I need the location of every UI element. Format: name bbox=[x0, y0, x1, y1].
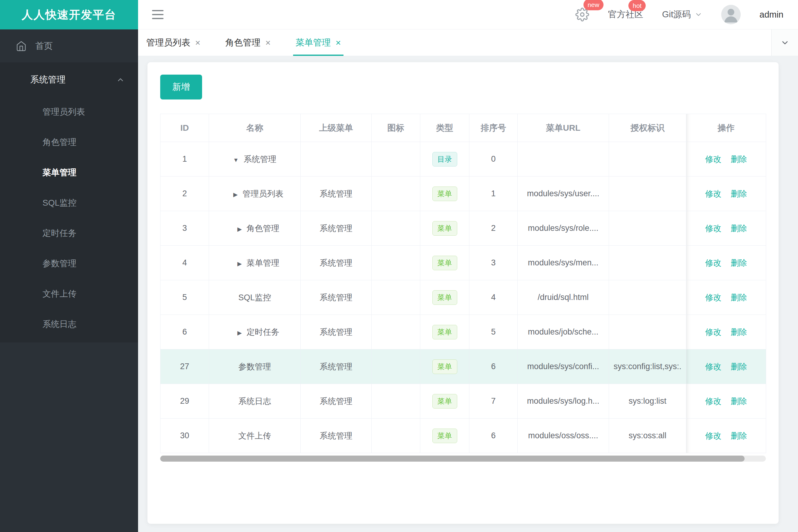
cell-actions: 修改删除 bbox=[686, 142, 766, 176]
menu-management-card: 新增 ID名称上级菜单图标类型排序号菜单URL授权标识操作 1▼系统 bbox=[147, 62, 779, 524]
cell-id: 30 bbox=[161, 419, 209, 453]
avatar[interactable] bbox=[721, 5, 741, 24]
close-icon[interactable]: × bbox=[265, 38, 271, 47]
edit-link[interactable]: 修改 bbox=[705, 431, 722, 440]
avatar-image bbox=[721, 5, 741, 24]
content-area: 新增 ID名称上级菜单图标类型排序号菜单URL授权标识操作 1▼系统 bbox=[138, 56, 798, 532]
edit-link[interactable]: 修改 bbox=[705, 327, 722, 337]
sidebar-item-home[interactable]: 首页 bbox=[0, 30, 138, 63]
sidebar-item-config[interactable]: 参数管理 bbox=[0, 248, 138, 279]
cell-icon bbox=[372, 349, 420, 384]
delete-link[interactable]: 删除 bbox=[731, 397, 747, 406]
type-badge: 菜单 bbox=[432, 290, 457, 305]
sidebar-item-sql[interactable]: SQL监控 bbox=[0, 188, 138, 218]
sidebar-item-role[interactable]: 角色管理 bbox=[0, 127, 138, 157]
table-header-row: ID名称上级菜单图标类型排序号菜单URL授权标识操作 bbox=[161, 114, 766, 142]
column-header-7: 授权标识 bbox=[609, 114, 686, 142]
settings-theme-button[interactable]: new bbox=[575, 7, 589, 21]
new-badge: new bbox=[583, 0, 604, 10]
expand-arrow-icon[interactable]: ▶ bbox=[237, 226, 242, 232]
cell-parent: 系统管理 bbox=[301, 349, 372, 384]
cell-parent: 系统管理 bbox=[301, 315, 372, 349]
table-row: 6▶定时任务系统管理菜单5modules/job/sche...修改删除 bbox=[161, 315, 766, 349]
cell-actions: 修改删除 bbox=[686, 384, 766, 419]
cell-type: 目录 bbox=[420, 142, 469, 176]
column-header-1: 名称 bbox=[209, 114, 301, 142]
cell-id: 2 bbox=[161, 176, 209, 211]
sidebar-item-admin-list[interactable]: 管理员列表 bbox=[0, 97, 138, 127]
cell-icon bbox=[372, 384, 420, 419]
collapse-arrow-icon[interactable]: ▼ bbox=[233, 157, 239, 163]
sidebar-item-job[interactable]: 定时任务 bbox=[0, 218, 138, 248]
menu-name: 菜单管理 bbox=[247, 259, 279, 267]
tabs-dropdown-button[interactable] bbox=[771, 30, 798, 56]
edit-link[interactable]: 修改 bbox=[705, 155, 722, 164]
edit-link[interactable]: 修改 bbox=[705, 362, 722, 371]
delete-link[interactable]: 删除 bbox=[731, 431, 747, 440]
delete-link[interactable]: 删除 bbox=[731, 189, 747, 198]
cell-order: 2 bbox=[469, 211, 518, 246]
type-badge: 目录 bbox=[432, 152, 457, 167]
git-source-dropdown[interactable]: Git源码 bbox=[662, 8, 702, 21]
edit-link[interactable]: 修改 bbox=[705, 189, 722, 198]
add-button[interactable]: 新增 bbox=[160, 75, 202, 99]
home-icon bbox=[16, 41, 27, 52]
close-icon[interactable]: × bbox=[336, 38, 341, 47]
cell-url: /druid/sql.html bbox=[518, 280, 609, 315]
sidebar-toggle-button[interactable] bbox=[150, 7, 165, 22]
expand-arrow-icon[interactable]: ▶ bbox=[237, 261, 242, 267]
edit-link[interactable]: 修改 bbox=[705, 397, 722, 406]
cell-icon bbox=[372, 419, 420, 453]
delete-link[interactable]: 删除 bbox=[731, 293, 747, 302]
sidebar-section-label: 系统管理 bbox=[30, 74, 66, 86]
cell-icon bbox=[372, 280, 420, 315]
cell-icon bbox=[372, 315, 420, 349]
page-body: 首页 系统管理 管理员列表角色管理菜单管理SQL监控定时任务参数管理文件上传系统… bbox=[0, 30, 798, 532]
type-badge: 菜单 bbox=[432, 325, 457, 339]
cell-order: 5 bbox=[469, 315, 518, 349]
close-icon[interactable]: × bbox=[195, 38, 201, 47]
delete-link[interactable]: 删除 bbox=[731, 327, 747, 337]
delete-link[interactable]: 删除 bbox=[731, 362, 747, 371]
edit-link[interactable]: 修改 bbox=[705, 259, 722, 267]
cell-url: modules/oss/oss.... bbox=[518, 419, 609, 453]
tab-role[interactable]: 角色管理× bbox=[225, 30, 271, 56]
cell-icon bbox=[372, 176, 420, 211]
tab-menu[interactable]: 菜单管理× bbox=[296, 30, 341, 56]
delete-link[interactable]: 删除 bbox=[731, 259, 747, 267]
table-body: 1▼系统管理目录0修改删除2▶管理员列表系统管理菜单1modules/sys/u… bbox=[161, 142, 766, 453]
cell-type: 菜单 bbox=[420, 384, 469, 419]
sidebar-item-menu[interactable]: 菜单管理 bbox=[0, 157, 138, 188]
username-dropdown[interactable]: admin bbox=[759, 10, 783, 20]
cell-order: 0 bbox=[469, 142, 518, 176]
cell-id: 27 bbox=[161, 349, 209, 384]
cell-icon bbox=[372, 211, 420, 246]
cell-url bbox=[518, 142, 609, 176]
column-header-5: 排序号 bbox=[469, 114, 518, 142]
cell-parent: 系统管理 bbox=[301, 384, 372, 419]
horizontal-scrollbar-thumb[interactable] bbox=[160, 456, 745, 462]
tab-admin-list[interactable]: 管理员列表× bbox=[146, 30, 201, 56]
delete-link[interactable]: 删除 bbox=[731, 224, 747, 233]
delete-link[interactable]: 删除 bbox=[731, 155, 747, 164]
cell-actions: 修改删除 bbox=[686, 349, 766, 384]
edit-link[interactable]: 修改 bbox=[705, 224, 722, 233]
cell-perms bbox=[609, 176, 686, 211]
horizontal-scrollbar-track[interactable] bbox=[160, 456, 766, 462]
sidebar-item-log[interactable]: 系统日志 bbox=[0, 309, 138, 339]
cell-id: 29 bbox=[161, 384, 209, 419]
sidebar-section-toggle[interactable]: 系统管理 bbox=[0, 63, 138, 97]
expand-arrow-icon[interactable]: ▶ bbox=[233, 191, 238, 198]
edit-link[interactable]: 修改 bbox=[705, 293, 722, 302]
expand-arrow-icon[interactable]: ▶ bbox=[237, 330, 242, 336]
type-badge: 菜单 bbox=[432, 256, 457, 270]
menu-table-wrap: ID名称上级菜单图标类型排序号菜单URL授权标识操作 1▼系统管理目录0修改删除… bbox=[160, 114, 766, 462]
column-header-3: 图标 bbox=[372, 114, 420, 142]
community-link[interactable]: 官方社区 hot bbox=[608, 8, 643, 21]
menu-name: 系统日志 bbox=[239, 397, 271, 406]
cell-name: ▶管理员列表 bbox=[209, 176, 301, 211]
hamburger-icon bbox=[152, 18, 164, 19]
cell-actions: 修改删除 bbox=[686, 246, 766, 280]
sidebar-item-oss[interactable]: 文件上传 bbox=[0, 279, 138, 309]
cell-order: 3 bbox=[469, 246, 518, 280]
